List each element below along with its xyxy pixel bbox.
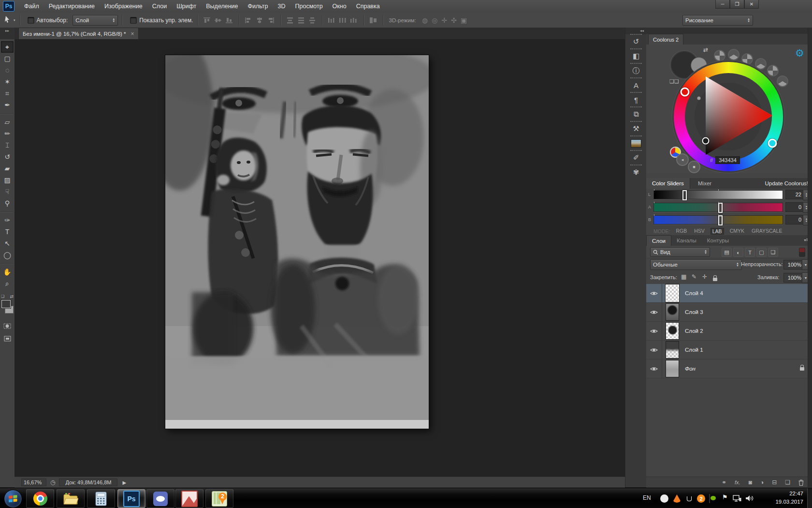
gear-icon[interactable]: ⚙ [795,47,804,59]
taskbar-explorer[interactable] [57,489,85,508]
opacity-value-field[interactable]: 100% [783,260,803,269]
marquee-tool[interactable]: ▢ [1,53,14,64]
properties-panel-icon[interactable]: ◧ [625,49,647,63]
new-layer-icon[interactable]: ❏ [785,479,790,486]
distribute-right-icon[interactable] [349,16,359,24]
tray-volume-icon[interactable] [745,495,754,503]
harmony-swatch[interactable] [714,50,725,61]
screen-mode-icon[interactable] [1,334,14,344]
lasso-tool[interactable]: ◌ [1,64,14,76]
history-panel-icon[interactable]: ↺ [625,34,647,49]
visibility-toggle[interactable] [646,303,662,321]
dodge-tool[interactable]: ⚲ [1,197,14,209]
menu-item[interactable]: Шрифт [172,0,201,13]
magic-wand-tool[interactable]: ✶ [1,76,14,88]
harmony-swatch[interactable] [777,75,788,87]
tab-color-sliders[interactable]: Color Sliders [646,178,690,189]
harmony-swatch[interactable] [741,53,753,65]
tray-discord-icon[interactable] [660,494,668,503]
link-layers-icon[interactable]: ⚭ [722,479,726,486]
wrench-panel-icon[interactable]: ⚒ [625,121,647,136]
tool-preset-arrow-icon[interactable]: ▾ [14,18,15,22]
zoom-level-field[interactable]: 16,67% [21,478,46,486]
wheel-stop-button[interactable]: ■ [688,161,700,173]
layer-name[interactable]: Слой 4 [685,290,703,296]
shade-marker[interactable] [702,137,710,145]
3d-orbit-icon[interactable]: ◍ [422,16,428,24]
filter-pixel-icon[interactable]: ▤ [722,248,732,257]
layer-row[interactable]: Фон [646,359,812,378]
hand-tool[interactable]: ✋ [1,266,14,278]
layer-row[interactable]: Слой 3 [646,303,812,322]
character-panel-icon[interactable]: A [625,78,647,92]
harmony-swatch[interactable] [767,65,779,76]
path-select-tool[interactable]: ↖ [1,238,14,249]
menu-item[interactable]: Слои [147,0,172,13]
taskbar-calculator[interactable] [87,489,115,508]
eyedropper-tool[interactable]: ✒ [1,99,14,111]
close-tab-icon[interactable]: × [131,30,134,37]
foreground-color-swatch[interactable] [1,300,11,308]
layer-thumbnail[interactable] [666,360,679,377]
history-brush-tool[interactable]: ↺ [1,151,14,163]
lock-transparency-icon[interactable]: ▦ [681,273,686,280]
distribute-left-icon[interactable] [327,16,336,24]
quick-mask-icon[interactable] [1,321,14,331]
show-transform-checkbox[interactable] [130,17,137,24]
hue-marker[interactable] [681,88,690,97]
swap-colors-icon[interactable]: ⇄ [10,294,14,299]
crop-tool[interactable]: ⌗ [1,88,14,99]
a-value-field[interactable]: 0 [785,202,804,212]
tray-flag-icon[interactable]: ⚑ [722,493,730,502]
mode-option[interactable]: RGB [674,228,688,235]
blend-mode-dropdown[interactable]: Обычные ▲▼ [650,259,742,270]
align-vertical-centers-icon[interactable] [214,16,223,24]
autoselect-checkbox[interactable] [28,17,34,24]
collapse-toolbar-button[interactable]: ▸▸ [0,28,14,41]
l-slider[interactable] [653,190,783,199]
menu-item[interactable]: Фильтр [243,0,273,13]
filter-toggle[interactable] [799,248,805,257]
autoselect-target-dropdown[interactable]: Слой ▲▼ [72,15,118,26]
lock-all-icon[interactable] [713,276,717,283]
layer-name[interactable]: Слой 1 [685,347,703,353]
taskbar-chrome[interactable] [26,489,54,508]
menu-item[interactable]: Просмотр [290,0,328,13]
document-canvas[interactable] [165,55,429,429]
filter-shape-icon[interactable]: ▢ [756,248,767,257]
filter-smart-icon[interactable]: ❏ [768,248,778,257]
zoom-tool[interactable]: ⌕ [1,278,14,289]
minimize-button[interactable]: ─ [715,0,730,9]
filter-type-icon[interactable]: T [745,248,755,257]
menu-item[interactable]: Изображение [100,0,147,13]
show-desktop-button[interactable] [807,488,812,508]
healing-brush-tool[interactable]: ▱ [1,116,14,128]
pen-tool[interactable]: ✑ [1,214,14,226]
wheel-back-button[interactable]: ◂ [676,153,689,166]
language-indicator[interactable]: EN [643,494,651,501]
default-colors-icon[interactable]: ❏ [1,294,4,299]
gradient-swatch-icon[interactable] [625,136,647,150]
mode-option[interactable]: CMYK [728,228,746,235]
status-clock-icon[interactable]: ◷ [50,479,55,486]
document-size-info[interactable]: Док: 49,8M/146,8M [59,478,117,486]
slider-handle[interactable] [718,215,723,225]
auto-align-icon[interactable] [369,16,378,24]
align-right-edges-icon[interactable] [266,16,276,24]
hex-value-field[interactable]: 343434 [715,156,740,164]
tool-presets-panel-icon[interactable]: ✾ [625,165,647,179]
layer-style-icon[interactable]: fx. [735,479,740,485]
eraser-tool[interactable]: ▰ [1,163,14,174]
layer-thumbnail[interactable] [666,341,679,359]
brush-tool[interactable]: ✏ [1,128,14,139]
layer-thumbnail[interactable] [666,303,679,321]
info-panel-icon[interactable]: ⓘ [625,63,647,78]
b-slider[interactable] [653,215,783,224]
ellipse-tool[interactable]: ◯ [1,249,14,261]
3d-slide-icon[interactable]: ✣ [451,16,457,24]
fill-value-field[interactable]: 100% [783,273,803,283]
menu-item[interactable]: 3D [273,0,290,13]
visibility-toggle[interactable] [646,322,662,340]
layer-row[interactable]: Слой 2 [646,322,812,341]
panel-tab[interactable]: Каналы [671,235,702,246]
